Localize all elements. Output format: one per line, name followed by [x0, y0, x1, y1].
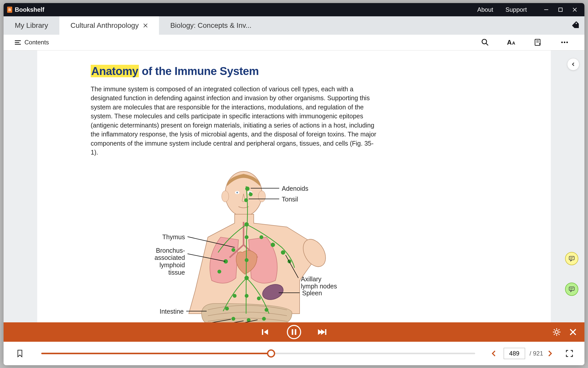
audio-prev-button[interactable] — [261, 328, 271, 336]
tab-cultural-anthropology[interactable]: Cultural Anthropology — [59, 16, 159, 35]
audio-close-button[interactable] — [569, 328, 577, 336]
svg-point-35 — [271, 243, 275, 247]
figure-label-intestine: Intestine — [159, 308, 184, 315]
tab-biology[interactable]: Biology: Concepts & Inv... — [159, 16, 263, 35]
tag-button[interactable] — [568, 16, 584, 35]
svg-point-14 — [561, 42, 563, 43]
speech-bubble-icon — [568, 255, 575, 262]
svg-point-41 — [233, 294, 236, 297]
figure-label-adenoids: Adenoids — [282, 185, 308, 192]
about-link[interactable]: About — [477, 6, 493, 13]
anatomy-figure: Adenoids Tonsil Thymus Bronchus- associa… — [157, 171, 345, 322]
svg-point-16 — [566, 42, 568, 43]
page-number-input[interactable] — [504, 348, 525, 359]
tab-label: My Library — [15, 21, 48, 30]
svg-point-34 — [260, 236, 263, 239]
svg-line-73 — [554, 329, 555, 330]
audio-bar — [4, 322, 584, 342]
close-icon — [569, 328, 577, 336]
tab-label: Cultural Anthropology — [71, 21, 139, 30]
more-icon — [561, 39, 568, 46]
fullscreen-button[interactable] — [566, 350, 573, 357]
collapse-panel-button[interactable] — [567, 58, 579, 70]
svg-rect-64 — [262, 329, 263, 335]
svg-point-31 — [232, 248, 235, 251]
app-title: Bookshelf — [15, 6, 44, 13]
svg-point-7 — [482, 39, 487, 44]
close-window-button[interactable] — [568, 3, 582, 16]
figure-label-tonsil: Tonsil — [282, 196, 298, 203]
audio-pause-button[interactable] — [287, 325, 301, 339]
svg-point-27 — [249, 193, 252, 196]
svg-point-68 — [555, 331, 558, 334]
gear-icon — [552, 328, 561, 336]
svg-point-44 — [265, 308, 268, 311]
svg-rect-66 — [295, 329, 296, 335]
pause-icon — [291, 329, 297, 335]
svg-rect-65 — [292, 329, 293, 335]
prev-page-button[interactable] — [491, 350, 499, 357]
svg-point-30 — [245, 236, 248, 239]
minimize-button[interactable] — [539, 3, 553, 16]
search-button[interactable] — [474, 34, 496, 50]
progress-fill — [41, 353, 271, 354]
support-link[interactable]: Support — [505, 6, 527, 13]
svg-rect-58 — [569, 256, 574, 260]
svg-point-42 — [225, 307, 229, 310]
svg-point-39 — [245, 276, 248, 280]
svg-point-47 — [262, 317, 265, 320]
svg-point-18 — [222, 191, 229, 202]
skip-back-icon — [261, 328, 271, 336]
reader-toolbar: Contents AA — [4, 35, 584, 50]
audio-next-button[interactable] — [317, 328, 327, 336]
svg-rect-67 — [325, 329, 326, 335]
maximize-icon — [558, 7, 563, 12]
page-navigation: / 921 — [491, 348, 573, 359]
chevron-left-icon — [571, 62, 575, 66]
contents-button[interactable]: Contents — [15, 39, 49, 46]
audio-settings-button[interactable] — [552, 328, 561, 336]
search-icon — [481, 39, 489, 46]
page-progress-slider[interactable] — [41, 353, 475, 354]
svg-rect-1 — [559, 8, 562, 11]
more-button[interactable] — [554, 34, 575, 50]
text-settings-button[interactable]: AA — [501, 34, 522, 50]
total-pages: / 921 — [530, 350, 543, 357]
tab-my-library[interactable]: My Library — [4, 16, 59, 35]
figure-label-axillary: Axillary lymph nodes — [301, 275, 337, 290]
anatomy-illustration — [157, 171, 345, 322]
tab-close-button[interactable] — [143, 23, 148, 28]
page-title: Anatomy of the Immune System — [91, 65, 497, 78]
progress-thumb[interactable] — [267, 349, 275, 358]
bookmark-button[interactable] — [15, 349, 25, 358]
tag-icon — [572, 21, 580, 30]
skip-forward-icon — [317, 328, 327, 336]
note-star-icon — [534, 39, 542, 46]
body-paragraph: The immune system is composed of an inte… — [91, 85, 379, 157]
contents-label: Contents — [24, 39, 49, 46]
titlebar: B Bookshelf About Support — [4, 3, 584, 16]
maximize-button[interactable] — [553, 3, 568, 16]
svg-line-75 — [558, 329, 559, 330]
title-rest: of the Immune System — [139, 65, 259, 77]
close-icon — [143, 23, 148, 28]
svg-line-8 — [486, 43, 488, 45]
highlights-button[interactable] — [527, 34, 549, 50]
tab-bar: My Library Cultural Anthropology Biology… — [4, 16, 584, 35]
svg-point-19 — [258, 191, 265, 202]
svg-point-21 — [236, 192, 238, 193]
text-size-icon: AA — [507, 39, 516, 46]
figure-label-balt: Bronchus- associated lymphoid tissue — [154, 247, 185, 276]
app-logo-icon: B — [7, 7, 12, 13]
svg-text:A: A — [512, 41, 515, 46]
svg-point-40 — [245, 294, 248, 297]
comment-green-button[interactable] — [565, 283, 578, 296]
next-page-button[interactable] — [548, 350, 555, 357]
content-area: Anatomy of the Immune System The immune … — [4, 50, 584, 322]
comment-yellow-button[interactable] — [565, 252, 578, 265]
highlighted-word: Anatomy — [91, 65, 139, 77]
svg-point-33 — [218, 270, 221, 273]
svg-point-38 — [245, 259, 248, 262]
svg-point-45 — [232, 317, 235, 320]
chevron-left-icon — [491, 350, 496, 357]
